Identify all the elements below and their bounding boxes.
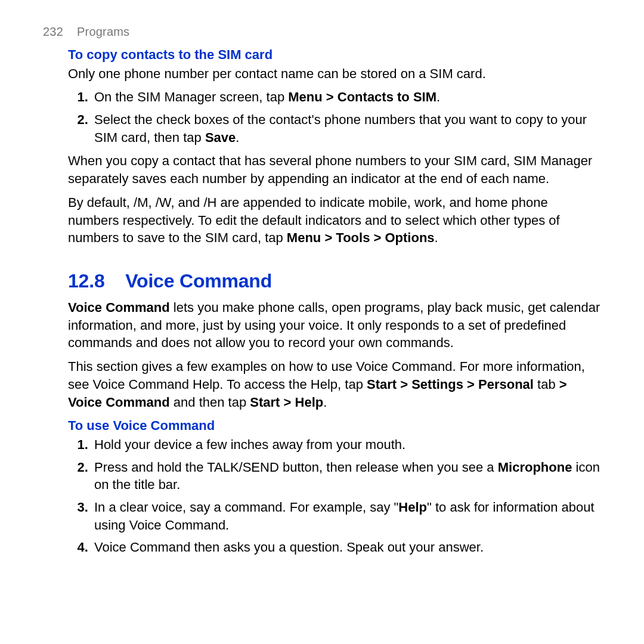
sim-note-2: By default, /M, /W, and /H are appended … bbox=[68, 194, 601, 247]
list-item: Voice Command then asks you a question. … bbox=[92, 538, 601, 556]
list-item: In a clear voice, say a command. For exa… bbox=[92, 499, 601, 534]
list-item: On the SIM Manager screen, tap Menu > Co… bbox=[92, 88, 601, 106]
sim-intro-text: Only one phone number per contact name c… bbox=[68, 65, 601, 83]
sim-steps-list: On the SIM Manager screen, tap Menu > Co… bbox=[68, 88, 601, 146]
voice-steps-list: Hold your device a few inches away from … bbox=[68, 436, 601, 556]
step-text: In a clear voice, say a command. For exa… bbox=[94, 500, 595, 532]
section-heading-voice-command: 12.8 Voice Command bbox=[68, 268, 601, 294]
step-text: Press and hold the TALK/SEND button, the… bbox=[94, 460, 600, 493]
section-number: 12.8 bbox=[68, 270, 104, 292]
voice-intro-2: This section gives a few examples on how… bbox=[68, 358, 601, 411]
subheading-copy-contacts: To copy contacts to the SIM card bbox=[68, 46, 601, 64]
chapter-title: Programs bbox=[77, 25, 129, 38]
step-text: Voice Command then asks you a question. … bbox=[94, 540, 484, 555]
list-item: Hold your device a few inches away from … bbox=[92, 436, 601, 454]
step-text: On the SIM Manager screen, tap Menu > Co… bbox=[94, 89, 440, 104]
subheading-use-voice-command: To use Voice Command bbox=[68, 417, 601, 435]
sim-note-1: When you copy a contact that has several… bbox=[68, 152, 601, 187]
page-header: 232 Programs bbox=[43, 24, 601, 40]
sim-note-2-text: By default, /M, /W, and /H are appended … bbox=[68, 195, 560, 245]
chapter-spacer bbox=[67, 25, 74, 38]
step-text: Hold your device a few inches away from … bbox=[94, 437, 405, 452]
voice-intro-1-text: Voice Command lets you make phone calls,… bbox=[68, 300, 600, 350]
step-text: Select the check boxes of the contact's … bbox=[94, 112, 587, 145]
document-page: 232 Programs To copy contacts to the SIM… bbox=[0, 0, 644, 586]
list-item: Select the check boxes of the contact's … bbox=[92, 111, 601, 146]
section-spacer bbox=[110, 270, 120, 292]
list-item: Press and hold the TALK/SEND button, the… bbox=[92, 459, 601, 494]
voice-intro-1: Voice Command lets you make phone calls,… bbox=[68, 299, 601, 352]
voice-intro-2-text: This section gives a few examples on how… bbox=[68, 359, 585, 409]
page-number: 232 bbox=[43, 25, 63, 38]
section-title-text: Voice Command bbox=[125, 270, 272, 292]
